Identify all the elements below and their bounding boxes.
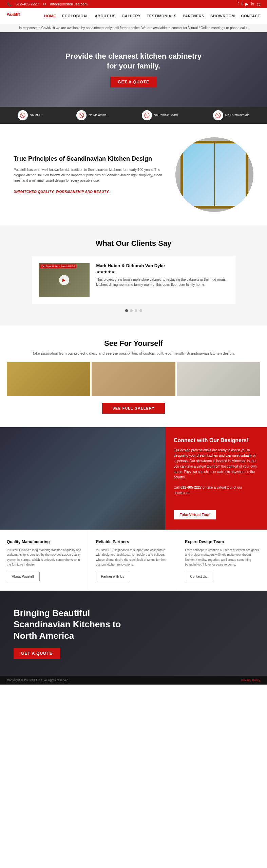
partner-with-us-button[interactable]: Partner with Us	[96, 572, 129, 581]
navbar: Puustelli® HOME ECOLOGICAL ABOUT US GALL…	[0, 8, 267, 24]
principles-tagline: Unmatched quality, workmanship and beaut…	[14, 190, 110, 194]
facebook-icon[interactable]: f	[237, 2, 239, 6]
nav-contact[interactable]: CONTACT	[241, 14, 260, 18]
nav-home[interactable]: HOME	[44, 14, 56, 18]
connect-call: Call 612-405-2227 or take a virtual tour…	[174, 485, 259, 496]
virtual-tour-button[interactable]: Take Virtual Tour	[174, 510, 216, 519]
dot-3[interactable]	[135, 309, 137, 312]
video-label: Van Dyke Huber - Puustelli USA	[40, 264, 77, 268]
gallery-image-1[interactable]	[7, 362, 90, 396]
testimonial-text: This project grew from simple shoe cabin…	[96, 277, 229, 287]
nav-ecological[interactable]: ECOLOGICAL	[62, 14, 89, 18]
gallery-image-3[interactable]	[177, 362, 260, 396]
feature-design: Expert Design Team From concept-to-creat…	[178, 530, 267, 591]
feature-quality-heading: Quality Manufacturing	[7, 539, 82, 544]
badge-no-formaldehyde: 🚫 No Formaldehyde	[213, 110, 250, 120]
gallery-heading: See For Yourself	[7, 339, 260, 348]
phone-icon: 📞	[7, 2, 12, 6]
badge-no-particle-label: No Particle Board	[154, 113, 178, 117]
badge-no-melamine-label: No Melamine	[89, 113, 107, 117]
clients-section: What Our Clients Say Van Dyke Huber - Pu…	[0, 225, 267, 326]
notice-bar: In response to Covid-19 we are available…	[0, 24, 267, 32]
testimonial-stars: ★★★★★	[96, 270, 229, 274]
footer-hero-section: Bringing Beautiful Scandinavian Kitchens…	[0, 591, 267, 676]
badge-no-formaldehyde-label: No Formaldehyde	[225, 113, 250, 117]
testimonial-video[interactable]: Van Dyke Huber - Puustelli USA ▶	[39, 263, 90, 297]
no-mdf-icon: 🚫	[18, 110, 28, 120]
dot-1[interactable]	[125, 309, 128, 312]
badge-no-mdf-label: No MDF	[30, 113, 41, 117]
twitter-icon[interactable]: t	[241, 2, 242, 6]
carousel-dots	[7, 309, 260, 312]
nav-testimonials[interactable]: TESTIMONIALS	[147, 14, 176, 18]
trademark: ®	[18, 13, 20, 16]
footer-hero-cta-button[interactable]: GET A QUOTE	[14, 648, 60, 659]
badges-bar: 🚫 No MDF 🚫 No Melamine 🚫 No Particle Boa…	[0, 107, 267, 124]
email-address[interactable]: info@puustelliusa.com	[50, 2, 88, 6]
instagram-icon[interactable]: ◎	[257, 2, 260, 6]
nav-showroom[interactable]: SHOWROOM	[210, 14, 235, 18]
nav-gallery[interactable]: GALLERY	[122, 14, 141, 18]
badge-no-mdf: 🚫 No MDF	[18, 110, 41, 120]
footer: Copyright © Puustelli USA. All rights re…	[0, 676, 267, 685]
principles-image	[175, 137, 253, 212]
gallery-subheading: Take inspiration from our project galler…	[7, 351, 260, 355]
nav-links: HOME ECOLOGICAL ABOUT US GALLERY TESTIMO…	[44, 14, 260, 18]
dot-4[interactable]	[139, 309, 142, 312]
features-section: Quality Manufacturing Puustelli Finland'…	[0, 530, 267, 591]
window-visual	[180, 141, 248, 209]
notice-text: In response to Covid-19 we are available…	[19, 26, 248, 30]
feature-partners-body: Puustelli USA is pleased to support and …	[96, 548, 171, 567]
testimonial-name: Mark Huber & Deborah Van Dyke	[96, 263, 229, 268]
connect-phone[interactable]: 612-405-2227	[180, 486, 202, 489]
gallery-grid	[7, 362, 260, 396]
connect-body: Our design professionals are ready to as…	[174, 448, 259, 480]
principles-body: Puustelli has been well-known for rich t…	[14, 167, 165, 183]
footer-hero-heading: Bringing Beautiful Scandinavian Kitchens…	[14, 608, 122, 642]
dot-2[interactable]	[130, 309, 133, 312]
principles-text: True Principles of Scandinavian Kitchen …	[14, 155, 165, 194]
connect-image	[0, 427, 165, 530]
privacy-policy-link[interactable]: Privacy Policy	[241, 678, 260, 682]
principles-heading: True Principles of Scandinavian Kitchen …	[14, 155, 165, 163]
youtube-icon[interactable]: ▶	[245, 2, 248, 6]
gallery-cta-button[interactable]: SEE FULL GALLERY	[102, 403, 165, 414]
logo[interactable]: Puustelli®	[7, 12, 20, 20]
linkedin-icon[interactable]: in	[251, 2, 254, 6]
testimonial-info: Mark Huber & Deborah Van Dyke ★★★★★ This…	[96, 263, 229, 297]
about-puustelli-button[interactable]: About Puustelli	[7, 572, 40, 581]
feature-design-body: From concept-to-creation our team of exp…	[185, 548, 260, 567]
email-icon: ✉	[43, 2, 46, 6]
badge-no-particle: 🚫 No Particle Board	[142, 110, 178, 120]
logo-text: Puustelli	[7, 13, 18, 16]
hero-section: Provide the cleanest kitchen cabinetry f…	[0, 32, 267, 107]
testimonial-card: Van Dyke Huber - Puustelli USA ▶ Mark Hu…	[32, 256, 235, 304]
contact-us-button[interactable]: Contact Us	[185, 572, 212, 581]
connect-section: Connect with Our Designers! Our design p…	[0, 427, 267, 530]
gallery-image-2[interactable]	[92, 362, 175, 396]
top-bar: 📞 612-405-2227 ✉ info@puustelliusa.com f…	[0, 0, 267, 8]
feature-quality-body: Puustelli Finland's long-standing tradit…	[7, 548, 82, 567]
feature-quality: Quality Manufacturing Puustelli Finland'…	[0, 530, 89, 591]
connect-heading: Connect with Our Designers!	[174, 437, 259, 443]
feature-partners: Reliable Partners Puustelli USA is pleas…	[89, 530, 178, 591]
phone-number[interactable]: 612-405-2227	[16, 2, 39, 6]
principles-section: True Principles of Scandinavian Kitchen …	[0, 124, 267, 225]
hero-headline: Provide the cleanest kitchen cabinetry f…	[62, 52, 205, 71]
play-button[interactable]: ▶	[59, 275, 69, 285]
feature-partners-heading: Reliable Partners	[96, 539, 171, 544]
footer-copyright: Copyright © Puustelli USA. All rights re…	[7, 678, 69, 682]
hero-cta-button[interactable]: GET A QUOTE	[110, 77, 157, 87]
nav-partners[interactable]: PARTNERS	[183, 14, 204, 18]
gallery-section: See For Yourself Take inspiration from o…	[0, 326, 267, 427]
hero-content: Provide the cleanest kitchen cabinetry f…	[62, 52, 205, 87]
clients-heading: What Our Clients Say	[7, 239, 260, 248]
no-melamine-icon: 🚫	[76, 110, 87, 120]
badge-no-melamine: 🚫 No Melamine	[76, 110, 107, 120]
nav-about[interactable]: ABOUT US	[95, 14, 115, 18]
no-formaldehyde-icon: 🚫	[213, 110, 223, 120]
no-particle-icon: 🚫	[142, 110, 152, 120]
connect-content: Connect with Our Designers! Our design p…	[165, 427, 267, 530]
feature-design-heading: Expert Design Team	[185, 539, 260, 544]
